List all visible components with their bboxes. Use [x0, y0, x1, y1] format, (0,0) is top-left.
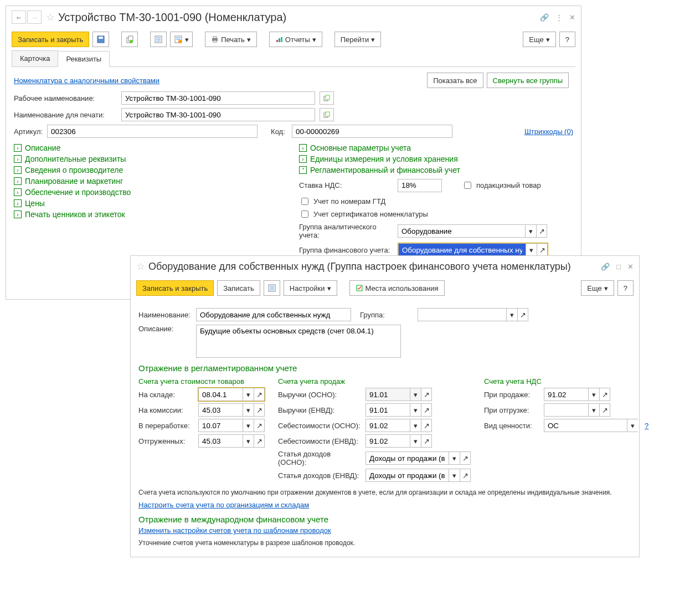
open-icon[interactable]: ↗ [254, 388, 265, 401]
input-income-envd[interactable] [365, 469, 449, 482]
expander-extra-attrs[interactable]: ›Дополнительные реквизиты [14, 155, 288, 163]
close-icon[interactable]: ✕ [569, 13, 575, 22]
input-cost-envd[interactable] [365, 434, 410, 448]
link-configure-accounts[interactable]: Настроить счета учета по организациям и … [138, 501, 309, 509]
settings-button[interactable]: Настройки ▾ [284, 280, 337, 296]
list-button[interactable] [150, 32, 167, 47]
input-fin-group[interactable] [398, 243, 526, 256]
dropdown-icon[interactable]: ▾ [243, 388, 254, 401]
expander-planning[interactable]: ›Планирование и маркетинг [14, 177, 288, 186]
copy-button[interactable] [121, 32, 138, 47]
input-cost-osno[interactable] [365, 419, 410, 432]
open-icon[interactable]: ↗ [254, 403, 265, 417]
checkbox-gtd[interactable]: Учет по номерам ГТД [299, 196, 573, 207]
close-icon[interactable]: ✕ [627, 263, 634, 271]
dropdown-icon[interactable]: ▾ [449, 451, 460, 465]
expander-main-params[interactable]: ›Основные параметры учета [299, 143, 573, 152]
open-icon[interactable]: ↗ [536, 224, 547, 238]
open-icon[interactable]: ↗ [460, 451, 471, 465]
copy-work-name-icon[interactable] [320, 91, 334, 105]
input-work-name[interactable] [121, 91, 315, 105]
help-button-2[interactable]: ? [617, 280, 634, 296]
dropdown-icon[interactable]: ▾ [243, 434, 254, 448]
copy-print-name-icon[interactable] [320, 108, 334, 121]
print-button[interactable]: Печать ▾ [205, 32, 257, 47]
expander-units[interactable]: ›Единицы измерения и условия хранения [299, 155, 573, 163]
save-button[interactable] [92, 32, 109, 47]
link-icon[interactable]: 🔗 [601, 263, 610, 271]
link-icon[interactable]: 🔗 [540, 13, 549, 22]
open-icon[interactable]: ↗ [421, 388, 432, 401]
open-icon[interactable]: ↗ [537, 243, 548, 256]
show-all-button[interactable]: Показать все [427, 73, 483, 88]
expander-prices[interactable]: ›Цены [14, 199, 288, 208]
menu-icon[interactable]: ⋮ [555, 13, 563, 22]
dropdown-icon[interactable]: ▾ [410, 388, 421, 401]
input-print-name[interactable] [121, 108, 315, 121]
open-icon[interactable]: ↗ [254, 434, 265, 448]
nav-back[interactable]: ← [12, 11, 26, 24]
input-group[interactable] [418, 308, 506, 321]
input-in-stock[interactable] [198, 388, 243, 401]
checkbox-cert[interactable]: Учет сертификатов номенклатуры [299, 209, 573, 219]
more-button[interactable]: Еще ▾ [523, 32, 555, 47]
dropdown-icon[interactable]: ▾ [588, 388, 599, 401]
tab-card[interactable]: Карточка [12, 50, 58, 66]
input-vat-ship[interactable] [544, 403, 588, 417]
open-icon[interactable]: ↗ [421, 419, 432, 432]
list-add-button[interactable]: ▾ [170, 32, 193, 47]
save-and-close-button[interactable]: Записать и закрыть [12, 32, 89, 47]
expander-labels[interactable]: ›Печать ценников и этикеток [14, 210, 288, 219]
dropdown-icon[interactable]: ▾ [526, 243, 537, 256]
dropdown-icon[interactable]: ▾ [243, 419, 254, 432]
dropdown-icon[interactable]: ▾ [410, 403, 421, 417]
expander-manufacturer[interactable]: ›Сведения о производителе [14, 166, 288, 174]
input-code[interactable] [292, 125, 452, 138]
input-desc[interactable]: Будущие объекты основных средств (счет 0… [196, 325, 401, 358]
help-button[interactable]: ? [559, 32, 575, 47]
input-shipped[interactable] [198, 434, 243, 448]
open-icon[interactable]: ↗ [599, 403, 610, 417]
dropdown-icon[interactable]: ▾ [243, 403, 254, 417]
dropdown-icon[interactable]: ▾ [410, 419, 421, 432]
expander-production[interactable]: ›Обеспечение и производство [14, 188, 288, 197]
open-icon[interactable]: ↗ [254, 419, 265, 432]
open-icon[interactable]: ↗ [460, 469, 471, 482]
input-value-type[interactable] [544, 419, 627, 432]
checkbox-excise[interactable]: подакцизный товар [462, 180, 541, 191]
save-and-close-button-2[interactable]: Записать и закрыть [136, 280, 214, 296]
input-article[interactable] [47, 125, 258, 138]
dropdown-icon[interactable]: ▾ [410, 434, 421, 448]
input-rev-osno[interactable] [365, 388, 410, 401]
open-icon[interactable]: ↗ [517, 308, 528, 321]
link-barcodes[interactable]: Штрихкоды (0) [524, 127, 573, 136]
more-button-2[interactable]: Еще ▾ [581, 280, 614, 296]
input-name[interactable] [196, 308, 351, 321]
maximize-icon[interactable]: □ [616, 263, 621, 271]
link-similar-nomenclature[interactable]: Номенклатура с аналогичными свойствами [14, 76, 159, 85]
dropdown-icon[interactable]: ▾ [627, 419, 638, 432]
input-income-osno[interactable] [365, 451, 449, 465]
open-icon[interactable]: ↗ [421, 403, 432, 417]
input-vat-sale[interactable] [544, 388, 588, 401]
open-icon[interactable]: ↗ [421, 434, 432, 448]
star-icon[interactable]: ☆ [136, 260, 145, 273]
input-commission[interactable] [198, 403, 243, 417]
dropdown-icon[interactable]: ▾ [588, 403, 599, 417]
input-rev-envd[interactable] [365, 403, 410, 417]
nav-forward[interactable]: → [27, 11, 42, 24]
save-button-2[interactable]: Записать [217, 280, 260, 296]
link-change-settings[interactable]: Изменить настройки счетов учета по шабло… [138, 526, 331, 535]
star-icon[interactable]: ☆ [46, 11, 55, 23]
collapse-all-button[interactable]: Свернуть все группы [487, 73, 569, 88]
input-processing[interactable] [198, 419, 243, 432]
open-icon[interactable]: ↗ [599, 388, 610, 401]
list-button-2[interactable] [264, 280, 280, 296]
dropdown-icon[interactable]: ▾ [525, 224, 536, 238]
expander-fin[interactable]: ˅Регламентированный и финансовый учет [299, 166, 573, 174]
dropdown-icon[interactable]: ▾ [449, 469, 460, 482]
tab-details[interactable]: Реквизиты [58, 51, 110, 67]
input-vat-rate[interactable] [398, 179, 442, 192]
usage-button[interactable]: Места использования [349, 280, 445, 296]
dropdown-icon[interactable]: ▾ [506, 308, 517, 321]
